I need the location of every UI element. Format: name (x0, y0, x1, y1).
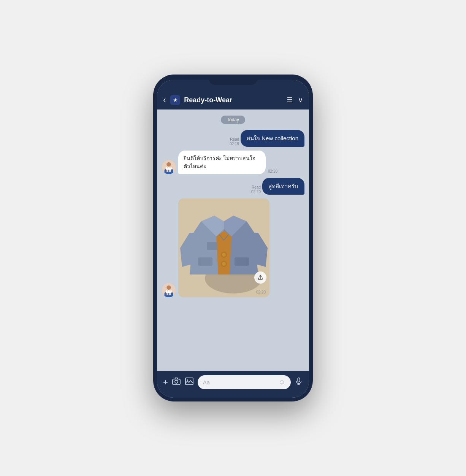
svg-point-9 (166, 286, 171, 290)
camera-button[interactable] (172, 377, 181, 388)
add-button[interactable]: + (163, 378, 168, 387)
svg-rect-14 (167, 289, 168, 292)
mic-icon (295, 377, 303, 386)
chat-body: Today Read 02:19 สนใจ New collection (157, 109, 309, 371)
input-placeholder: Aa (203, 379, 210, 386)
message-row-1: Read 02:19 สนใจ New collection (162, 130, 304, 147)
chat-toolbar: + Aa ☺ (157, 371, 309, 398)
avatar-4 (162, 283, 176, 297)
channel-badge: ★ (170, 95, 180, 105)
camera-icon (172, 377, 181, 386)
phone-notch (208, 75, 258, 85)
menu-icon[interactable]: ☰ (287, 96, 293, 104)
image-time-4: 02:20 (256, 290, 266, 294)
time-label-2: 02:20 (268, 169, 277, 173)
chat-title: Ready-to-Wear (184, 96, 283, 104)
emoji-button[interactable]: ☺ (279, 378, 285, 386)
image-bubble-4[interactable]: 02:20 (178, 198, 269, 297)
read-label-3: Read (252, 185, 261, 189)
avatar-svg-4 (162, 283, 176, 297)
message-meta-3: Read 02:20 สูทสีเทาครับ (251, 178, 304, 195)
svg-point-1 (166, 162, 171, 167)
star-icon: ★ (173, 97, 178, 103)
phone-screen: ‹ ★ Ready-to-Wear ☰ ∨ Today Read 02:1 (157, 80, 309, 398)
meta-sent-3: Read 02:20 (251, 185, 261, 194)
meta-received-2: 02:20 (268, 169, 277, 173)
jacket-image (178, 198, 269, 297)
avatar-svg-2 (162, 160, 176, 174)
svg-point-20 (222, 253, 226, 257)
svg-rect-5 (166, 167, 171, 170)
svg-rect-10 (165, 292, 173, 297)
svg-rect-7 (170, 166, 171, 168)
time-label-3: 02:20 (251, 190, 261, 194)
svg-rect-6 (167, 166, 168, 168)
message-input-area[interactable]: Aa ☺ (198, 375, 291, 389)
message-meta-1: Read 02:19 สนใจ New collection (230, 130, 304, 147)
meta-sent-1: Read 02:19 (230, 137, 239, 146)
svg-point-22 (222, 262, 226, 266)
share-icon (257, 274, 263, 281)
bubble-text-2: ยินดีให้บริการค่ะ ไม่ทราบสนใจตัวไหนค่ะ (184, 155, 255, 169)
time-label-1: 02:19 (230, 142, 239, 146)
read-label-1: Read (230, 137, 239, 141)
avatar-2 (162, 160, 176, 174)
message-row-4: 02:20 (162, 198, 304, 297)
svg-rect-18 (207, 242, 217, 250)
svg-point-28 (187, 379, 188, 381)
svg-rect-29 (298, 378, 300, 382)
bubble-sent-3: สูทสีเทาครับ (262, 178, 304, 195)
image-icon (185, 377, 194, 386)
date-label: Today (221, 116, 245, 124)
message-row-3: Read 02:20 สูทสีเทาครับ (162, 178, 304, 195)
bubble-sent-1: สนใจ New collection (241, 130, 304, 147)
mic-button[interactable] (295, 377, 303, 388)
svg-point-26 (175, 380, 178, 383)
svg-rect-15 (170, 289, 171, 292)
svg-rect-23 (198, 257, 212, 266)
svg-rect-13 (166, 290, 171, 293)
bubble-text-3: สูทสีเทาครับ (268, 183, 298, 189)
date-badge: Today (162, 116, 304, 124)
header-actions: ☰ ∨ (287, 96, 303, 104)
svg-rect-2 (165, 169, 173, 174)
dropdown-icon[interactable]: ∨ (298, 96, 303, 104)
svg-rect-24 (235, 257, 249, 266)
share-button-4[interactable] (254, 271, 266, 284)
phone-frame: ‹ ★ Ready-to-Wear ☰ ∨ Today Read 02:1 (153, 75, 313, 401)
image-button[interactable] (185, 377, 194, 388)
bubble-received-2: ยินดีให้บริการค่ะ ไม่ทราบสนใจตัวไหนค่ะ (178, 151, 266, 174)
bubble-text-1: สนใจ New collection (247, 135, 298, 141)
message-row-2: ยินดีให้บริการค่ะ ไม่ทราบสนใจตัวไหนค่ะ 0… (162, 151, 304, 174)
back-button[interactable]: ‹ (163, 95, 166, 105)
